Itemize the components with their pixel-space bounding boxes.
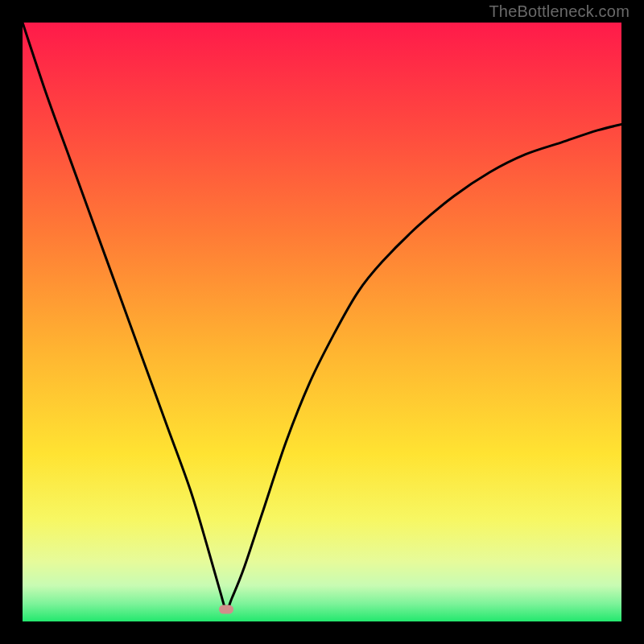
optimal-point-marker	[219, 605, 233, 614]
watermark-text: TheBottleneck.com	[489, 2, 630, 21]
plot-area	[23, 23, 621, 621]
chart-stage: TheBottleneck.com	[0, 0, 644, 644]
bottleneck-curve	[23, 23, 621, 621]
